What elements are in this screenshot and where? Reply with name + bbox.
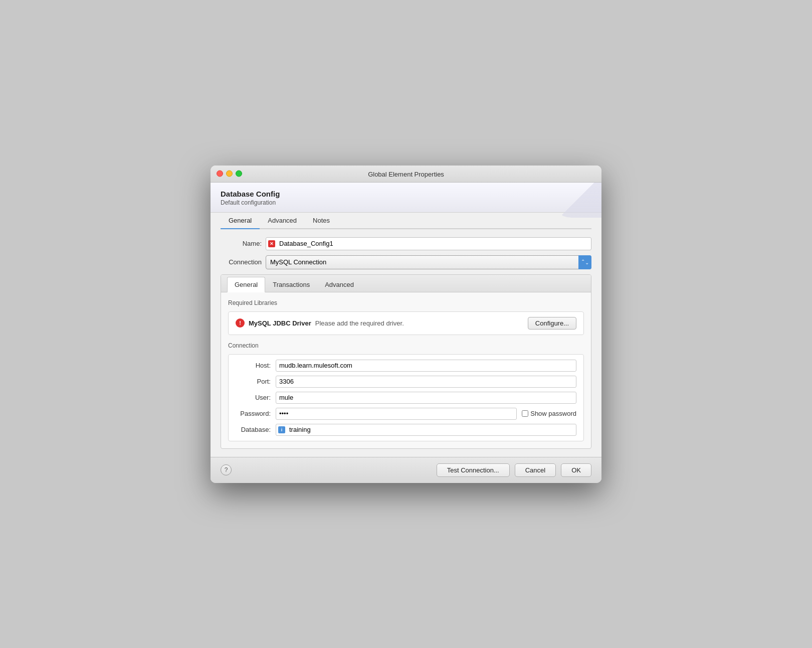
connection-section-title: Connection xyxy=(228,342,584,349)
host-label: Host: xyxy=(236,362,276,369)
outer-tabs: General Advanced Notes xyxy=(221,213,591,229)
driver-message: Please add the required driver. xyxy=(315,319,528,327)
dialog-header: Database Config Default configuration xyxy=(211,183,601,213)
name-input-wrapper: ✕ xyxy=(266,237,591,250)
inner-tabs-bar: General Transactions Advanced xyxy=(221,275,591,292)
driver-name: MySQL JDBC Driver xyxy=(249,319,311,327)
password-input[interactable] xyxy=(276,408,517,420)
user-row: User: xyxy=(236,392,576,404)
database-row: Database: i xyxy=(236,424,576,436)
database-label: Database: xyxy=(236,426,276,433)
minimize-button[interactable] xyxy=(226,171,233,177)
connection-row: Connection MySQL Connection Oracle Conne… xyxy=(221,255,591,269)
password-row: Password: Show password xyxy=(236,408,576,420)
maximize-button[interactable] xyxy=(236,171,242,177)
help-button[interactable]: ? xyxy=(221,464,232,475)
required-libraries-title: Required Libraries xyxy=(228,299,584,306)
header-decoration xyxy=(551,183,601,218)
close-button[interactable] xyxy=(217,171,223,177)
connection-select-wrapper: MySQL Connection Oracle Connection Gener… xyxy=(266,255,591,269)
database-input[interactable] xyxy=(287,424,576,435)
host-row: Host: xyxy=(236,360,576,372)
name-input[interactable] xyxy=(277,238,591,250)
show-password-label[interactable]: Show password xyxy=(522,410,576,417)
cancel-button[interactable]: Cancel xyxy=(515,463,556,477)
configure-button[interactable]: Configure... xyxy=(528,317,576,330)
password-label: Password: xyxy=(236,410,276,417)
host-input[interactable] xyxy=(276,360,576,372)
connection-select[interactable]: MySQL Connection Oracle Connection Gener… xyxy=(266,255,591,269)
database-input-wrapper: i xyxy=(276,424,576,436)
name-label: Name: xyxy=(221,240,266,247)
tab-advanced-outer[interactable]: Advanced xyxy=(260,213,305,229)
show-password-checkbox[interactable] xyxy=(522,410,528,417)
footer-buttons: Test Connection... Cancel OK xyxy=(437,463,591,477)
tab-transactions-inner[interactable]: Transactions xyxy=(265,277,317,292)
port-row: Port: xyxy=(236,376,576,388)
library-row: ! MySQL JDBC Driver Please add the requi… xyxy=(228,311,584,335)
dialog: Global Element Properties Database Confi… xyxy=(211,166,601,483)
dialog-body: General Advanced Notes Name: ✕ Connectio… xyxy=(211,213,601,457)
tab-notes-outer[interactable]: Notes xyxy=(305,213,338,229)
config-subtitle: Default configuration xyxy=(221,199,591,206)
ok-button[interactable]: OK xyxy=(561,463,591,477)
test-connection-button[interactable]: Test Connection... xyxy=(437,463,510,477)
password-wrapper: Show password xyxy=(276,408,576,420)
inner-tab-content: Required Libraries ! MySQL JDBC Driver P… xyxy=(221,292,591,448)
driver-error-icon: ! xyxy=(236,318,245,328)
connection-label: Connection xyxy=(221,258,266,266)
port-input[interactable] xyxy=(276,376,576,388)
port-label: Port: xyxy=(236,378,276,385)
dialog-footer: ? Test Connection... Cancel OK xyxy=(211,457,601,483)
config-title: Database Config xyxy=(221,190,591,198)
connection-fields: Host: Port: User: Password xyxy=(228,354,584,441)
name-error-icon: ✕ xyxy=(268,240,275,247)
dialog-title: Global Element Properties xyxy=(368,171,444,178)
tab-general-inner[interactable]: General xyxy=(227,277,265,292)
tab-advanced-inner[interactable]: Advanced xyxy=(317,277,361,292)
inner-panel: General Transactions Advanced Required L… xyxy=(221,274,591,449)
tab-general-outer[interactable]: General xyxy=(221,213,260,229)
name-row: Name: ✕ xyxy=(221,237,591,250)
title-bar: Global Element Properties xyxy=(211,166,601,183)
database-info-icon: i xyxy=(278,426,285,433)
traffic-lights xyxy=(217,171,242,177)
user-input[interactable] xyxy=(276,392,576,404)
user-label: User: xyxy=(236,394,276,401)
